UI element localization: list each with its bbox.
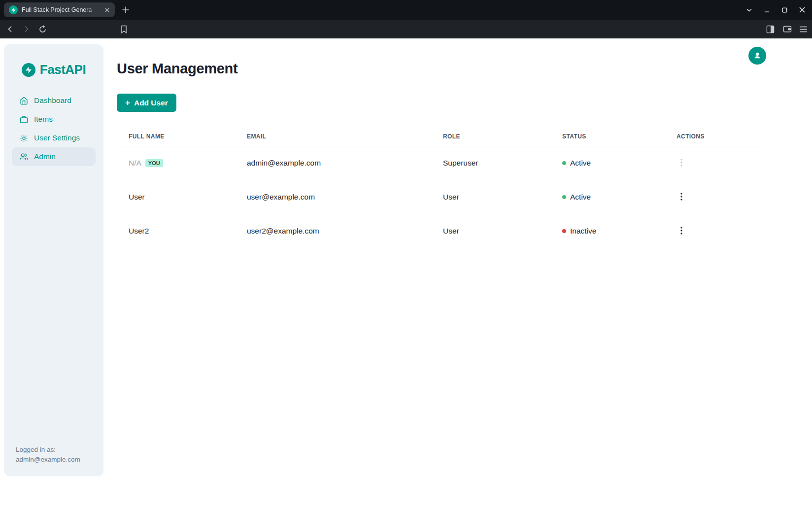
status-dot-icon [562, 229, 566, 233]
row-actions-menu-button[interactable] [677, 191, 686, 204]
briefcase-icon [20, 115, 28, 124]
menu-hamburger-icon[interactable] [797, 20, 810, 38]
home-icon [20, 97, 28, 105]
col-header-full-name: FULL NAME [117, 127, 235, 146]
status-dot-icon [562, 195, 566, 199]
kebab-dots-icon [680, 227, 682, 235]
new-tab-button[interactable] [120, 4, 132, 16]
tab-search-chevron-icon[interactable] [745, 6, 752, 13]
row-actions-menu-button[interactable] [677, 157, 686, 170]
forward-button[interactable] [20, 20, 33, 38]
logged-in-label: Logged in as: [16, 445, 80, 455]
back-button[interactable] [4, 20, 17, 38]
kebab-dots-icon [680, 193, 682, 201]
cell-full-name: User [117, 180, 235, 214]
col-header-email: EMAIL [235, 127, 431, 146]
sidebar-item-label: Items [34, 115, 53, 124]
kebab-dots-icon [680, 159, 682, 167]
tab-strip: Full Stack Project Genera [0, 0, 812, 20]
cell-actions [665, 180, 765, 214]
plus-icon: + [125, 99, 130, 107]
cell-role: Superuser [431, 146, 550, 180]
col-header-role: ROLE [431, 127, 550, 146]
cell-full-name: User2 [117, 214, 235, 248]
sidebar-item-items[interactable]: Items [12, 110, 96, 129]
app-logo: FastAPI [4, 62, 103, 77]
cell-role: User [431, 180, 550, 214]
close-window-button[interactable] [799, 6, 806, 13]
cell-actions [665, 146, 765, 180]
sidebar-item-label: Dashboard [34, 96, 71, 105]
sidebar-item-admin[interactable]: Admin [12, 147, 96, 166]
browser-window: Full Stack Project Genera [0, 0, 812, 505]
sidebar-item-dashboard[interactable]: Dashboard [12, 91, 96, 110]
cell-email: user2@example.com [235, 214, 431, 248]
table-row: User2user2@example.comUserInactive [117, 214, 765, 248]
maximize-button[interactable] [781, 6, 788, 13]
bookmark-icon[interactable] [117, 20, 130, 38]
sidebar-nav: Dashboard Items User Settings Admin [4, 91, 103, 166]
status-dot-icon [562, 161, 566, 165]
cell-status: Active [550, 146, 665, 180]
browser-tab[interactable]: Full Stack Project Genera [4, 2, 115, 17]
add-user-button[interactable]: + Add User [117, 94, 176, 112]
sidebar-item-label: Admin [34, 152, 56, 161]
tab-close-icon[interactable] [103, 6, 111, 14]
fastapi-zap-icon [22, 63, 35, 77]
logged-in-info: Logged in as: admin@example.com [16, 445, 80, 465]
tab-title: Full Stack Project Genera [22, 6, 103, 13]
table-row: N/AYOUadmin@example.comSuperuserActive [117, 146, 765, 180]
page-title: User Management [117, 61, 237, 77]
user-table-body: N/AYOUadmin@example.comSuperuserActiveUs… [117, 146, 765, 248]
col-header-actions: ACTIONS [665, 127, 765, 146]
you-badge: YOU [145, 159, 163, 167]
gear-icon [20, 134, 28, 142]
cell-email: admin@example.com [235, 146, 431, 180]
sidebar-toggle-icon[interactable] [764, 20, 777, 38]
logged-in-email: admin@example.com [16, 455, 80, 465]
col-header-status: STATUS [550, 127, 665, 146]
cell-role: User [431, 214, 550, 248]
cell-status: Active [550, 180, 665, 214]
cell-email: user@example.com [235, 180, 431, 214]
user-avatar-icon [753, 51, 762, 60]
row-actions-menu-button[interactable] [677, 225, 686, 238]
app-logo-text: FastAPI [40, 62, 86, 77]
reload-button[interactable] [36, 20, 49, 38]
minimize-button[interactable] [763, 6, 770, 13]
user-table: FULL NAME EMAIL ROLE STATUS ACTIONS N/AY… [117, 127, 765, 248]
wallet-icon[interactable] [781, 20, 794, 38]
fastapi-favicon-icon [9, 5, 18, 14]
page-content: FastAPI Dashboard Items User Settings [0, 38, 812, 505]
window-controls [745, 0, 812, 20]
table-row: Useruser@example.comUserActive [117, 180, 765, 214]
users-icon [20, 153, 28, 161]
cell-actions [665, 214, 765, 248]
sidebar: FastAPI Dashboard Items User Settings [4, 44, 103, 476]
cell-status: Inactive [550, 214, 665, 248]
browser-toolbar: i localhost/admin 1 [0, 20, 812, 38]
table-header-row: FULL NAME EMAIL ROLE STATUS ACTIONS [117, 127, 765, 146]
sidebar-item-label: User Settings [34, 134, 80, 142]
sidebar-item-user-settings[interactable]: User Settings [12, 129, 96, 147]
user-menu-button[interactable] [748, 47, 766, 65]
cell-full-name: N/AYOU [117, 146, 235, 180]
